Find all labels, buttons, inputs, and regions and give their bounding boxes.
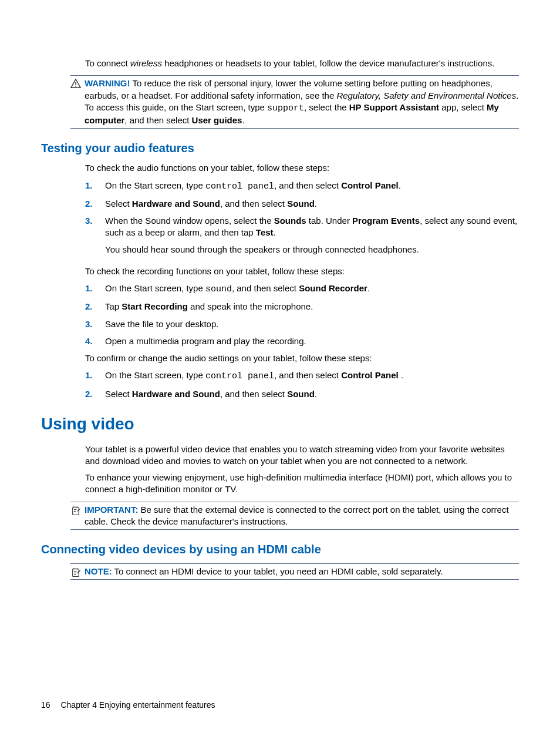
recording-check-list: 1. On the Start screen, type sound, and …: [85, 283, 519, 347]
important-callout: IMPORTANT: Be sure that the external dev…: [70, 502, 519, 530]
warning-callout: WARNING! To reduce the risk of personal …: [70, 75, 519, 129]
warning-label: WARNING!: [85, 78, 130, 88]
heading-connecting-hdmi: Connecting video devices by using an HDM…: [41, 542, 519, 557]
note-callout: NOTE: To connect an HDMI device to your …: [70, 563, 519, 580]
recording-check-intro: To check the recording functions on your…: [85, 266, 519, 277]
list-item: 2. Select Hardware and Sound, and then s…: [85, 388, 519, 400]
video-paragraph-2: To enhance your viewing enjoyment, use h…: [85, 472, 519, 496]
audio-check-list: 1. On the Start screen, type control pan…: [85, 180, 519, 260]
important-icon: [70, 505, 85, 516]
list-item: 4. Open a multimedia program and play th…: [85, 335, 519, 347]
important-label: IMPORTANT:: [85, 505, 138, 515]
list-item: 2. Select Hardware and Sound, and then s…: [85, 198, 519, 210]
svg-point-1: [75, 86, 76, 87]
warning-icon: [70, 79, 85, 88]
list-item: 3. When the Sound window opens, select t…: [85, 215, 519, 260]
intro-paragraph: To connect wireless headphones or headse…: [85, 58, 519, 69]
list-item: 1. On the Start screen, type sound, and …: [85, 283, 519, 295]
list-item: 1. On the Start screen, type control pan…: [85, 180, 519, 193]
video-paragraph-1: Your tablet is a powerful video device t…: [85, 443, 519, 468]
heading-using-video: Using video: [41, 413, 519, 435]
confirm-settings-list: 1. On the Start screen, type control pan…: [85, 369, 519, 400]
confirm-settings-intro: To confirm or change the audio settings …: [85, 352, 519, 364]
heading-testing-audio: Testing your audio features: [41, 140, 519, 156]
note-icon: [70, 567, 85, 577]
note-label: NOTE:: [85, 566, 112, 576]
list-item: 2. Tap Start Recording and speak into th…: [85, 301, 519, 312]
list-item: 1. On the Start screen, type control pan…: [85, 369, 519, 382]
list-item: 3. Save the file to your desktop.: [85, 318, 519, 330]
audio-check-intro: To check the audio functions on your tab…: [85, 162, 519, 174]
